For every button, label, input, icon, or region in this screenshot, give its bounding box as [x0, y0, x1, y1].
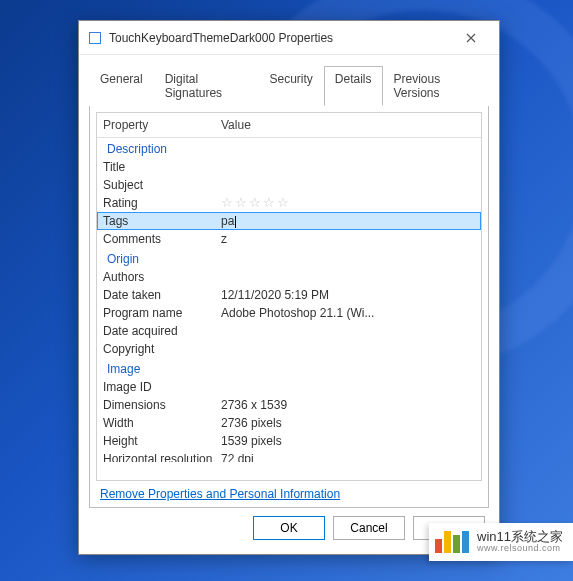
label-h-res: Horizontal resolution	[103, 450, 221, 462]
label-width: Width	[103, 414, 221, 432]
tags-input[interactable]: pa	[221, 214, 234, 228]
row-comments[interactable]: Comments z	[97, 230, 481, 248]
value-tags-cell[interactable]: pa	[221, 213, 480, 229]
row-tags[interactable]: Tags pa	[97, 212, 481, 230]
value-copyright	[221, 340, 481, 358]
label-date-taken: Date taken	[103, 286, 221, 304]
value-comments: z	[221, 230, 481, 248]
label-height: Height	[103, 432, 221, 450]
label-comments: Comments	[103, 230, 221, 248]
label-date-acquired: Date acquired	[103, 322, 221, 340]
titlebar: TouchKeyboardThemeDark000 Properties	[79, 21, 499, 55]
property-grid-scroll[interactable]: Property Value Description Title Subject…	[97, 113, 481, 480]
tab-previous-versions[interactable]: Previous Versions	[383, 66, 490, 106]
row-dimensions[interactable]: Dimensions 2736 x 1539	[97, 396, 481, 414]
row-width[interactable]: Width 2736 pixels	[97, 414, 481, 432]
row-h-res[interactable]: Horizontal resolution 72 dpi	[97, 450, 481, 462]
value-date-acquired	[221, 322, 481, 340]
section-description: Description	[97, 138, 481, 158]
row-date-taken[interactable]: Date taken 12/11/2020 5:19 PM	[97, 286, 481, 304]
ok-button[interactable]: OK	[253, 516, 325, 540]
close-button[interactable]	[453, 23, 489, 53]
cancel-button[interactable]: Cancel	[333, 516, 405, 540]
details-panel: Property Value Description Title Subject…	[89, 105, 489, 508]
grid-header: Property Value	[97, 113, 481, 138]
row-program-name[interactable]: Program name Adobe Photoshop 21.1 (Wi...	[97, 304, 481, 322]
tab-details[interactable]: Details	[324, 66, 383, 106]
value-h-res: 72 dpi	[221, 450, 481, 462]
watermark-line2: www.relsound.com	[477, 544, 563, 554]
watermark-line1: win11系统之家	[477, 530, 563, 544]
label-program-name: Program name	[103, 304, 221, 322]
properties-dialog: TouchKeyboardThemeDark000 Properties Gen…	[78, 20, 500, 555]
text-caret	[235, 216, 236, 228]
label-image-id: Image ID	[103, 378, 221, 396]
remove-properties-link[interactable]: Remove Properties and Personal Informati…	[100, 487, 482, 501]
row-image-id[interactable]: Image ID	[97, 378, 481, 396]
row-height[interactable]: Height 1539 pixels	[97, 432, 481, 450]
row-subject[interactable]: Subject	[97, 176, 481, 194]
label-title: Title	[103, 158, 221, 176]
value-authors	[221, 268, 481, 286]
watermark-logo-icon	[435, 531, 469, 553]
tab-strip: General Digital Signatures Security Deta…	[79, 55, 499, 105]
window-icon	[89, 32, 101, 44]
label-rating: Rating	[103, 194, 221, 212]
value-program-name: Adobe Photoshop 21.1 (Wi...	[221, 304, 481, 322]
value-image-id	[221, 378, 481, 396]
value-rating[interactable]: ☆☆☆☆☆	[221, 194, 481, 212]
tab-digital-signatures[interactable]: Digital Signatures	[154, 66, 259, 106]
row-authors[interactable]: Authors	[97, 268, 481, 286]
label-subject: Subject	[103, 176, 221, 194]
value-height: 1539 pixels	[221, 432, 481, 450]
row-title[interactable]: Title	[97, 158, 481, 176]
label-dimensions: Dimensions	[103, 396, 221, 414]
value-dimensions: 2736 x 1539	[221, 396, 481, 414]
row-date-acquired[interactable]: Date acquired	[97, 322, 481, 340]
section-origin: Origin	[97, 248, 481, 268]
label-authors: Authors	[103, 268, 221, 286]
window-title: TouchKeyboardThemeDark000 Properties	[109, 31, 453, 45]
value-title	[221, 158, 481, 176]
label-copyright: Copyright	[103, 340, 221, 358]
property-grid: Property Value Description Title Subject…	[96, 112, 482, 481]
watermark: win11系统之家 www.relsound.com	[429, 523, 573, 561]
tab-general[interactable]: General	[89, 66, 154, 106]
header-property: Property	[103, 116, 221, 134]
label-tags: Tags	[103, 213, 221, 229]
section-image: Image	[97, 358, 481, 378]
header-value: Value	[221, 116, 481, 134]
close-icon	[466, 33, 476, 43]
value-subject	[221, 176, 481, 194]
value-width: 2736 pixels	[221, 414, 481, 432]
tab-security[interactable]: Security	[258, 66, 323, 106]
value-date-taken: 12/11/2020 5:19 PM	[221, 286, 481, 304]
row-rating[interactable]: Rating ☆☆☆☆☆	[97, 194, 481, 212]
row-copyright[interactable]: Copyright	[97, 340, 481, 358]
